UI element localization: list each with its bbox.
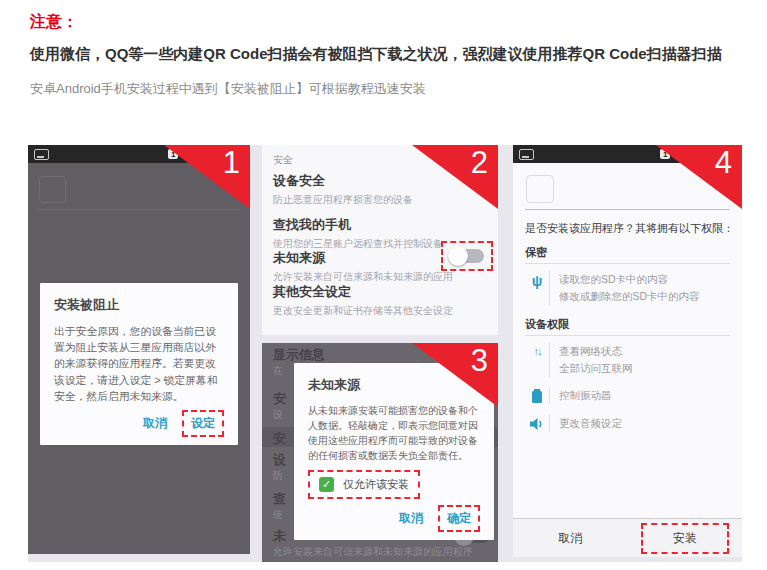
divider <box>549 343 550 377</box>
unknown-sources-toggle[interactable] <box>450 249 484 263</box>
dimmed-list-text: 安 <box>273 430 286 448</box>
highlight-box: 仅允许该安装 <box>308 470 420 499</box>
divider <box>549 387 550 404</box>
install-blocked-dialog: 安装被阻止 出于安全原因，您的设备当前已设置为阻止安装从三星应用商店以外的来源获… <box>40 283 238 445</box>
step-number: 2 <box>471 146 488 180</box>
unknown-sources-dialog: 未知来源 从未知来源安装可能损害您的设备和个人数据。轻敲确定，即表示您同意对因使… <box>294 363 494 540</box>
network-arrows-icon <box>525 343 549 377</box>
step-number: 1 <box>223 146 240 180</box>
permission-text: 查看网络状态 <box>559 343 633 360</box>
step1-screenshot: 1 4G 7 安装被阻止 出于安全原因，您的设备当前已设置为阻止安装从三星应用商… <box>28 145 250 554</box>
page-header: 注意： 使用微信，QQ等一些内建QR Code扫描会有被阻挡下载之状况，强烈建议… <box>30 12 738 98</box>
notice-title: 注意： <box>30 12 738 33</box>
notice-body: 使用微信，QQ等一些内建QR Code扫描会有被阻挡下载之状况，强烈建议使用推荐… <box>30 40 738 67</box>
app-icon-placeholder <box>39 176 66 203</box>
dimmed-list-text: 安 <box>273 390 286 408</box>
screenshot-notification-icon <box>519 149 534 160</box>
permission-text: 读取您的SD卡中的内容 <box>559 271 700 288</box>
step-number: 4 <box>715 146 732 180</box>
highlight-box: 安装 <box>641 523 729 554</box>
list-item[interactable]: 其他安全设定 更改安全更新和证书存储等其他安全设定 <box>273 283 490 318</box>
dialog-button-bar: 取消 安装 <box>513 518 742 557</box>
permission-text: 更改音频设定 <box>559 415 622 432</box>
tutorial-screenshots: 1 4G 7 安装被阻止 出于安全原因，您的设备当前已设置为阻止安装从三星应用商… <box>28 145 742 562</box>
permission-text: 全部访问互联网 <box>559 360 633 377</box>
dimmed-list-text: 使 <box>273 508 283 522</box>
dimmed-list-text: 在 <box>273 364 283 378</box>
install-button[interactable]: 安装 <box>673 531 697 545</box>
step2-screenshot: 安全 设备安全 防止恶意应用程序损害您的设备 查找我的手机 使用您的三星账户远程… <box>262 145 498 335</box>
permission-row: 读取您的SD卡中的内容 修改或删除您的SD卡中的内容 <box>525 271 734 305</box>
dimmed-list-text: 设 <box>273 408 283 422</box>
vibration-battery-icon <box>525 387 549 404</box>
checkbox-checked-icon[interactable] <box>319 477 334 492</box>
dimmed-list-text: 允许安装来自可信来源和未知来源的应用程序 <box>273 545 473 559</box>
usb-storage-icon <box>525 271 549 305</box>
settings-button[interactable]: 设定 <box>182 410 224 437</box>
confirm-button[interactable]: 确定 <box>438 505 480 532</box>
dialog-title: 安装被阻止 <box>54 296 224 314</box>
dialog-body: 从未知来源安装可能损害您的设备和个人数据。轻敲确定，即表示您同意对因使用这些应用… <box>308 403 480 463</box>
step3-screenshot: 显示信息 在 安 设 安 设 防 查 使 未 允许安装来自可信来源和未知来源的应… <box>262 343 498 562</box>
permission-row: 查看网络状态 全部访问互联网 <box>525 343 734 377</box>
cancel-button[interactable]: 取消 <box>513 519 628 557</box>
cancel-button[interactable]: 取消 <box>392 507 430 530</box>
tutorial-subtitle: 安卓Android手机安装过程中遇到【安装被阻止】可根据教程迅速安装 <box>30 80 738 98</box>
dimmed-list-text: 查 <box>273 490 286 508</box>
permission-row: 控制振动器 <box>525 387 734 404</box>
permission-row: 更改音频设定 <box>525 415 734 432</box>
cancel-button[interactable]: 取消 <box>136 412 174 435</box>
dimmed-list-text: 设 <box>273 451 286 469</box>
permission-text: 控制振动器 <box>559 387 612 404</box>
highlight-box <box>441 241 493 271</box>
dimmed-list-text: 防 <box>273 469 283 483</box>
step4-screenshot: 1 4G 7 是否安装该应用程序？其将拥有以下权限： 保密 读取您的SD卡中的内… <box>513 145 742 557</box>
permission-text: 修改或删除您的SD卡中的内容 <box>559 288 700 305</box>
audio-speaker-icon <box>525 415 549 432</box>
dialog-body: 出于安全原因，您的设备当前已设置为阻止安装从三星应用商店以外的来源获得的应用程序… <box>54 323 224 404</box>
section-header-privacy: 保密 <box>525 245 547 260</box>
section-header-device: 设备权限 <box>525 317 569 332</box>
step-number: 3 <box>471 344 488 378</box>
dimmed-list-text: 显示信息 <box>273 346 325 364</box>
divider <box>38 209 240 210</box>
app-icon-placeholder <box>526 175 554 203</box>
divider <box>525 209 730 210</box>
install-question: 是否安装该应用程序？其将拥有以下权限： <box>525 221 734 236</box>
screen-title: 安全 <box>273 153 293 167</box>
divider <box>525 335 730 336</box>
divider <box>525 263 730 264</box>
dialog-title: 未知来源 <box>308 376 480 394</box>
divider <box>549 271 550 305</box>
screenshot-notification-icon <box>34 149 49 160</box>
checkbox-label: 仅允许该安装 <box>343 477 409 492</box>
dimmed-list-text: 未 <box>273 527 286 545</box>
divider <box>549 415 550 432</box>
